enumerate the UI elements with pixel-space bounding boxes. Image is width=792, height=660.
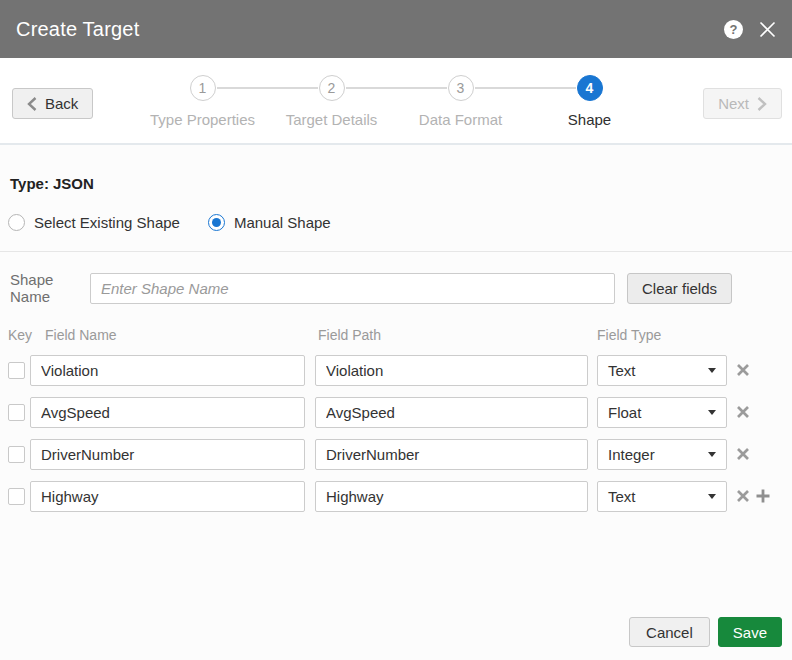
key-checkbox[interactable] (8, 446, 25, 463)
dropdown-arrow-icon (708, 452, 716, 457)
key-checkbox[interactable] (8, 488, 25, 505)
type-label: Type: (10, 175, 49, 192)
field-path-input[interactable] (315, 397, 588, 428)
radio-label-manual: Manual Shape (234, 214, 331, 231)
table-row: Integer (0, 433, 792, 475)
close-icon[interactable] (759, 21, 776, 38)
key-checkbox[interactable] (8, 404, 25, 421)
next-button-label: Next (718, 95, 749, 112)
dropdown-arrow-icon (708, 410, 716, 415)
cancel-button[interactable]: Cancel (629, 617, 710, 647)
step-circle-1: 1 (190, 75, 216, 101)
step-circle-3: 3 (448, 75, 474, 101)
radio-circle-selected[interactable] (208, 214, 225, 231)
step-label-4: Shape (525, 111, 654, 128)
field-type-select[interactable]: Float (597, 397, 727, 428)
type-line: Type:JSON (0, 145, 792, 192)
shape-name-row: Shape Name Clear fields (0, 252, 792, 305)
field-type-select[interactable]: Text (597, 481, 727, 512)
field-type-select[interactable]: Integer (597, 439, 727, 470)
back-button-label: Back (45, 95, 78, 112)
delete-row-icon[interactable] (735, 404, 751, 420)
column-header-field-name: Field Name (45, 327, 318, 343)
column-header-field-type: Field Type (597, 327, 727, 343)
step-target-details[interactable]: 2 Target Details (267, 75, 396, 128)
radio-circle-unselected[interactable] (8, 214, 25, 231)
clear-fields-button[interactable]: Clear fields (627, 273, 732, 304)
step-label-2: Target Details (267, 111, 396, 128)
field-path-input[interactable] (315, 439, 588, 470)
dropdown-arrow-icon (708, 494, 716, 499)
dropdown-arrow-icon (708, 368, 716, 373)
help-icon[interactable]: ? (724, 20, 743, 39)
dialog-title: Create Target (16, 18, 139, 41)
key-checkbox[interactable] (8, 362, 25, 379)
add-row-icon[interactable] (755, 488, 771, 504)
back-button[interactable]: Back (12, 88, 93, 119)
save-button[interactable]: Save (718, 617, 782, 647)
shape-name-label: Shape Name (10, 271, 90, 305)
field-name-input[interactable] (30, 481, 305, 512)
table-row: Text (0, 475, 792, 517)
wizard-bar: Back 1 Type Properties 2 Target Details … (0, 58, 792, 145)
table-row: Float (0, 391, 792, 433)
shape-mode-radios: Select Existing Shape Manual Shape (0, 192, 792, 231)
step-circle-2: 2 (319, 75, 345, 101)
table-row: Text (0, 349, 792, 391)
delete-row-icon[interactable] (735, 488, 751, 504)
step-label-3: Data Format (396, 111, 525, 128)
field-name-input[interactable] (30, 439, 305, 470)
radio-label-existing: Select Existing Shape (34, 214, 180, 231)
radio-select-existing-shape[interactable]: Select Existing Shape (8, 214, 180, 231)
column-header-key: Key (8, 327, 30, 343)
back-chevron-icon (27, 97, 37, 111)
dialog-header: Create Target ? (0, 0, 792, 58)
fields-table-headers: Key Field Name Field Path Field Type (0, 305, 792, 343)
next-chevron-icon (757, 97, 767, 111)
type-value: JSON (53, 175, 94, 192)
field-path-input[interactable] (315, 355, 588, 386)
delete-row-icon[interactable] (735, 362, 751, 378)
field-type-value: Text (608, 488, 708, 505)
shape-name-input[interactable] (90, 273, 615, 304)
dialog-footer: Cancel Save (629, 617, 782, 647)
step-type-properties[interactable]: 1 Type Properties (138, 75, 267, 128)
radio-manual-shape[interactable]: Manual Shape (208, 214, 331, 231)
field-type-value: Float (608, 404, 708, 421)
stepper: 1 Type Properties 2 Target Details 3 Dat… (138, 58, 654, 128)
step-label-1: Type Properties (138, 111, 267, 128)
field-type-value: Text (608, 362, 708, 379)
header-actions: ? (724, 20, 776, 39)
field-path-input[interactable] (315, 481, 588, 512)
shape-step-content: Type:JSON Select Existing Shape Manual S… (0, 145, 792, 517)
column-header-field-path: Field Path (318, 327, 597, 343)
delete-row-icon[interactable] (735, 446, 751, 462)
step-data-format[interactable]: 3 Data Format (396, 75, 525, 128)
field-name-input[interactable] (30, 397, 305, 428)
step-shape[interactable]: 4 Shape (525, 75, 654, 128)
field-type-value: Integer (608, 446, 708, 463)
next-button[interactable]: Next (703, 88, 782, 119)
step-circle-4: 4 (577, 75, 603, 101)
field-name-input[interactable] (30, 355, 305, 386)
field-type-select[interactable]: Text (597, 355, 727, 386)
fields-table-rows: Text Float (0, 343, 792, 517)
create-target-dialog: Create Target ? Back 1 Type Properties 2… (0, 0, 792, 660)
